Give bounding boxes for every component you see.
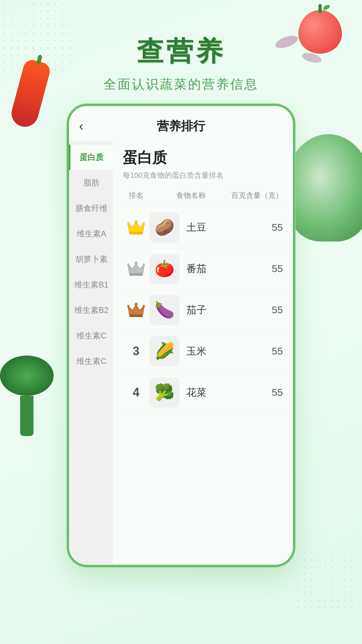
bronze-crown-icon [127, 303, 145, 317]
food-name-broccoli: 花菜 [186, 386, 263, 399]
food-value-eggplant: 55 [263, 304, 283, 316]
phone-mockup: ‹ 营养排行 蛋白质 脂肪 膳食纤维 维生素A 胡萝卜素 维生素B1 维生素B2… [67, 104, 295, 567]
nutrient-title: 蛋白质 [123, 148, 283, 168]
food-value-potato: 55 [263, 222, 283, 233]
sidebar-item-vitamin-c2[interactable]: 维生素C [69, 348, 113, 374]
food-image-corn: 🌽 [149, 336, 180, 366]
svg-rect-9 [129, 274, 143, 276]
svg-point-12 [135, 303, 137, 306]
content-panel: 蛋白质 每100克食物的蛋白质含量排名 排名 食物名称 百克含量（克） [113, 141, 293, 565]
svg-point-6 [127, 264, 129, 266]
header-title: 查营养 [0, 34, 362, 70]
svg-point-13 [143, 305, 145, 308]
food-image-potato: 🥔 [149, 212, 180, 243]
sidebar: 蛋白质 脂肪 膳食纤维 维生素A 胡萝卜素 维生素B1 维生素B2 维生素C 维… [69, 141, 113, 565]
svg-rect-14 [129, 315, 143, 317]
sidebar-item-vitamin-a[interactable]: 维生素A [69, 221, 113, 247]
rank-number-4: 4 [133, 385, 139, 399]
col-header-rank: 排名 [123, 191, 149, 201]
svg-point-7 [135, 262, 137, 264]
svg-point-11 [127, 305, 129, 308]
nutrient-description: 每100克食物的蛋白质含量排名 [123, 170, 283, 180]
food-image-broccoli: 🥦 [149, 377, 180, 408]
page-title: 营养排行 [157, 118, 205, 135]
food-value-corn: 55 [263, 345, 283, 357]
food-image-eggplant: 🍆 [149, 295, 180, 325]
svg-marker-5 [128, 263, 144, 274]
rank-number-3: 3 [133, 344, 139, 358]
deco-cabbage [285, 134, 362, 241]
sidebar-item-vitamin-b1[interactable]: 维生素B1 [69, 272, 113, 298]
sidebar-item-vitamin-c1[interactable]: 维生素C [69, 323, 113, 348]
rank-cell-3 [123, 303, 149, 317]
food-row-tomato: 🍅 番茄 55 [123, 248, 283, 289]
header-subtitle: 全面认识蔬菜的营养信息 [0, 76, 362, 93]
app-content: ‹ 营养排行 蛋白质 脂肪 膳食纤维 维生素A 胡萝卜素 维生素B1 维生素B2… [69, 106, 293, 565]
main-body: 蛋白质 脂肪 膳食纤维 维生素A 胡萝卜素 维生素B1 维生素B2 维生素C 维… [69, 141, 293, 565]
col-header-name: 食物名称 [149, 191, 229, 201]
sidebar-item-carotene[interactable]: 胡萝卜素 [69, 247, 113, 272]
svg-point-2 [135, 220, 137, 223]
food-row-eggplant: 🍆 茄子 55 [123, 289, 283, 331]
rank-cell-1 [123, 220, 149, 234]
svg-marker-0 [128, 222, 144, 232]
silver-crown-icon [127, 262, 145, 276]
food-row-potato: 🥔 土豆 55 [123, 207, 283, 248]
bg-dots-bottomright [295, 550, 355, 610]
food-row-broccoli: 4 🥦 花菜 55 [123, 372, 283, 413]
food-row-corn: 3 🌽 玉米 55 [123, 331, 283, 372]
back-button[interactable]: ‹ [79, 119, 83, 133]
table-header: 排名 食物名称 百克含量（克） [123, 187, 283, 204]
svg-point-3 [143, 222, 145, 225]
svg-marker-10 [128, 304, 144, 315]
svg-rect-4 [129, 232, 143, 234]
gold-crown-icon [127, 220, 145, 234]
food-name-eggplant: 茄子 [186, 303, 263, 317]
svg-point-8 [143, 264, 145, 266]
sidebar-item-fat[interactable]: 脂肪 [69, 170, 113, 196]
rank-cell-4: 3 [123, 344, 149, 358]
sidebar-item-vitamin-b2[interactable]: 维生素B2 [69, 298, 113, 323]
svg-point-1 [127, 222, 129, 225]
food-name-tomato: 番茄 [186, 262, 263, 276]
food-image-tomato: 🍅 [149, 254, 180, 284]
food-name-corn: 玉米 [186, 344, 263, 358]
food-name-potato: 土豆 [186, 221, 263, 234]
food-value-tomato: 55 [263, 263, 283, 274]
rank-cell-5: 4 [123, 385, 149, 399]
sidebar-item-protein[interactable]: 蛋白质 [69, 145, 113, 170]
sidebar-item-dietary-fiber[interactable]: 膳食纤维 [69, 196, 113, 221]
header: 查营养 全面认识蔬菜的营养信息 [0, 0, 362, 93]
rank-cell-2 [123, 262, 149, 276]
top-bar: ‹ 营养排行 [69, 106, 293, 141]
food-value-broccoli: 55 [263, 387, 283, 398]
col-header-value: 百克含量（克） [229, 191, 283, 201]
deco-broccoli [0, 356, 60, 449]
